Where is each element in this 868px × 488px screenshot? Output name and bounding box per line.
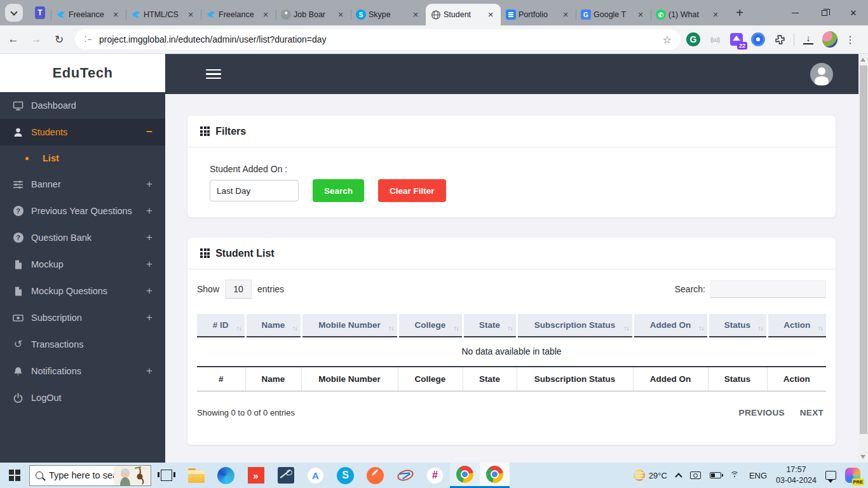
tab-job-board[interactable]: *Job Boar✕ <box>276 4 351 25</box>
column-header-subscription[interactable]: Subscription Status↑↓ <box>517 314 633 337</box>
grammarly-extension[interactable]: G <box>686 32 701 47</box>
page-size-select[interactable]: 10 <box>225 280 252 299</box>
sort-icon[interactable]: ↑↓ <box>624 325 629 332</box>
sort-icon[interactable]: ↑↓ <box>818 325 823 332</box>
address-bar[interactable]: ⁚− project.imgglobal.in/edutech/admin/us… <box>75 29 681 50</box>
sort-icon[interactable]: ↑↓ <box>389 325 394 332</box>
scroll-up-icon[interactable] <box>860 58 865 62</box>
sidebar-item-subscription[interactable]: Subscription + <box>0 304 165 331</box>
sort-icon[interactable]: ↑↓ <box>508 325 513 332</box>
sidebar-item-question-bank[interactable]: ? Question Bank + <box>0 224 165 251</box>
expand-icon[interactable]: + <box>146 311 153 324</box>
column-header-action[interactable]: Action↑↓ <box>767 314 826 337</box>
browser-menu-button[interactable]: ⋮ <box>844 34 862 46</box>
column-header-added-on[interactable]: Added On↑↓ <box>633 314 708 337</box>
next-page-button[interactable]: NEXT <box>800 408 824 417</box>
notification-center-button[interactable] <box>821 463 841 488</box>
close-icon[interactable]: ✕ <box>186 10 196 20</box>
sidebar-item-mockup[interactable]: Mockup + <box>0 251 165 278</box>
extensions-menu[interactable] <box>772 32 787 47</box>
expand-icon[interactable]: + <box>146 231 153 244</box>
expand-icon[interactable]: + <box>146 285 153 297</box>
user-avatar[interactable] <box>810 63 833 86</box>
sidebar-item-dashboard[interactable]: Dashboard <box>0 92 165 119</box>
sidebar-item-transactions[interactable]: ↺ Transactions <box>0 331 165 358</box>
scroll-down-icon[interactable] <box>860 455 865 459</box>
taskview-button[interactable] <box>151 463 181 488</box>
table-search-input[interactable] <box>710 280 826 298</box>
column-header-college[interactable]: College↑↓ <box>398 314 463 337</box>
sort-icon[interactable]: ↑↓ <box>699 325 704 332</box>
sidebar-item-mockup-questions[interactable]: Mockup Questions + <box>0 278 165 304</box>
close-window-button[interactable]: ✕ <box>839 0 868 25</box>
tab-skype[interactable]: SSkype✕ <box>351 4 426 25</box>
chrome-window-1-button[interactable] <box>450 463 480 488</box>
tab-html-css[interactable]: HTML/CS✕ <box>126 4 201 25</box>
sidebar-item-logout[interactable]: LogOut <box>0 384 165 411</box>
anydesk-button[interactable]: » <box>241 463 271 488</box>
close-icon[interactable]: ✕ <box>710 10 721 20</box>
chrome-window-2-button[interactable] <box>480 463 510 488</box>
downloads-button[interactable]: ↓ <box>801 32 816 47</box>
sidebar-item-previous-year-questions[interactable]: ? Previous Year Questions + <box>0 198 165 224</box>
expand-icon[interactable]: + <box>146 178 153 191</box>
site-settings-icon[interactable]: ⁚− <box>81 34 95 44</box>
student-added-on-input[interactable] <box>210 180 299 201</box>
expand-icon[interactable]: + <box>146 205 153 217</box>
tray-expand-button[interactable] <box>672 463 686 488</box>
copilot-button[interactable]: PRE <box>841 463 868 488</box>
purple-extension[interactable]: 22 <box>729 32 744 47</box>
tab-search-button[interactable] <box>5 4 23 22</box>
sidebar-item-notifications[interactable]: Notifications + <box>0 358 165 384</box>
tab-google-translate[interactable]: GGoogle T✕ <box>576 4 651 25</box>
sidebar-item-list[interactable]: List <box>0 146 165 171</box>
close-icon[interactable]: ✕ <box>485 10 496 20</box>
clear-filter-button[interactable]: Clear Filter <box>378 179 446 202</box>
url-text[interactable]: project.imgglobal.in/edutech/admin/user/… <box>99 34 660 44</box>
column-header-status[interactable]: Status↑↓ <box>708 314 767 337</box>
tab-freelancer-2[interactable]: Freelance✕ <box>201 4 276 25</box>
column-header-id[interactable]: # ID↑↓ <box>197 314 245 337</box>
close-icon[interactable]: ✕ <box>336 10 346 20</box>
forward-button[interactable]: → <box>27 30 46 49</box>
sort-icon[interactable]: ↑↓ <box>758 325 763 332</box>
edge-button[interactable] <box>211 463 241 488</box>
start-button[interactable] <box>0 463 29 488</box>
column-header-name[interactable]: Name↑↓ <box>245 314 301 337</box>
profile-avatar[interactable] <box>822 32 837 47</box>
column-header-mobile[interactable]: Mobile Number↑↓ <box>301 314 398 337</box>
close-icon[interactable]: ✕ <box>560 10 571 20</box>
weather-widget[interactable]: 29°C <box>629 463 672 488</box>
hamburger-menu-icon[interactable] <box>206 67 221 82</box>
new-tab-button[interactable]: + <box>731 4 749 22</box>
close-icon[interactable]: ✕ <box>410 10 421 20</box>
close-icon[interactable]: ✕ <box>261 10 271 20</box>
previous-page-button[interactable]: PREVIOUS <box>739 408 785 417</box>
pinned-tab-teams[interactable]: T <box>29 2 51 24</box>
skype-button[interactable]: S <box>330 463 360 488</box>
taskbar-search-input[interactable] <box>49 470 124 480</box>
search-doodle[interactable] <box>114 466 151 485</box>
postman-button[interactable] <box>360 463 390 488</box>
tab-portfolio[interactable]: Portfolio✕ <box>501 4 576 25</box>
minimize-button[interactable] <box>780 0 810 25</box>
close-icon[interactable]: ✕ <box>635 10 646 20</box>
snipping-tool-button[interactable] <box>390 463 420 488</box>
expand-icon[interactable]: + <box>146 258 153 271</box>
column-header-state[interactable]: State↑↓ <box>463 314 517 337</box>
scrollbar[interactable] <box>858 54 868 463</box>
reload-button[interactable]: ↻ <box>50 30 69 49</box>
pgadmin-button[interactable] <box>271 463 301 488</box>
bookmark-star-icon[interactable]: ☆ <box>660 34 674 46</box>
slack-button[interactable]: # <box>420 463 450 488</box>
tab-whatsapp[interactable]: ✆(1) What✕ <box>651 4 726 25</box>
battery-button[interactable] <box>705 463 726 488</box>
back-button[interactable]: ← <box>4 30 23 49</box>
sort-icon[interactable]: ↑↓ <box>454 325 459 332</box>
restore-button[interactable] <box>810 0 839 25</box>
tab-freelancer-1[interactable]: Freelance✕ <box>51 4 126 25</box>
search-button[interactable]: Search <box>313 179 364 202</box>
expand-icon[interactable]: + <box>146 365 153 377</box>
wave-extension[interactable]: (ɯ) <box>707 32 722 47</box>
tab-student-active[interactable]: Student✕ <box>426 4 501 25</box>
